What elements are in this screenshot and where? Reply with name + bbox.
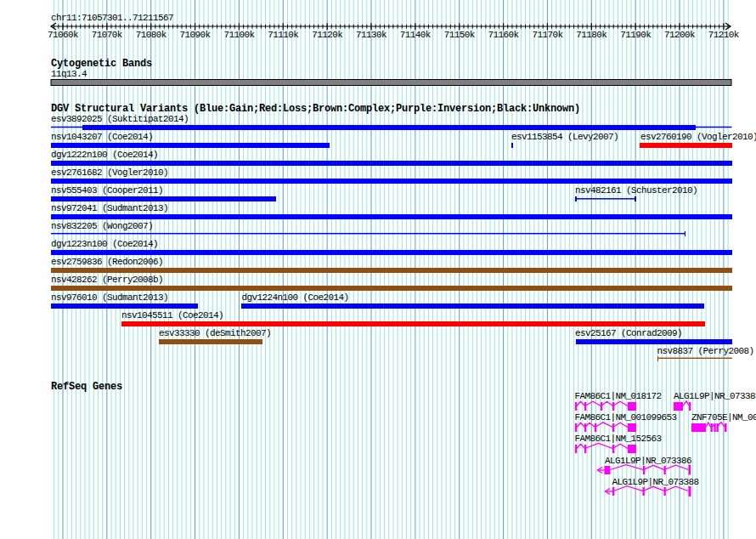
svg-text:nsv482161 (Schuster2010): nsv482161 (Schuster2010) <box>575 185 697 196</box>
svg-text:RefSeq Genes: RefSeq Genes <box>51 381 122 393</box>
svg-text:esv25167 (Conrad2009): esv25167 (Conrad2009) <box>575 328 682 338</box>
svg-text:esv2761682 (Vogler2010): esv2761682 (Vogler2010) <box>51 167 168 178</box>
svg-text:esv3892025 (Suktitipat2014): esv3892025 (Suktitipat2014) <box>51 114 189 124</box>
svg-text:nsv1043207 (Coe2014): nsv1043207 (Coe2014) <box>51 132 153 142</box>
svg-text:dgv1222n100 (Coe2014): dgv1222n100 (Coe2014) <box>51 150 158 160</box>
svg-text:DGV Structural Variants (Blue:: DGV Structural Variants (Blue:Gain;Red:L… <box>51 103 580 115</box>
svg-text:71140k: 71140k <box>400 30 432 40</box>
svg-text:nsv1045511 (Coe2014): nsv1045511 (Coe2014) <box>121 310 223 321</box>
svg-text:11q13.4: 11q13.4 <box>51 69 87 79</box>
svg-text:ALG1L9P|NR_073386: ALG1L9P|NR_073386 <box>605 456 691 466</box>
svg-text:ZNF705E|NM_001004328: ZNF705E|NM_001004328 <box>691 412 756 423</box>
svg-text:nsv8837 (Perry2008): nsv8837 (Perry2008) <box>657 346 754 356</box>
svg-text:71060k: 71060k <box>48 30 79 40</box>
svg-text:dgv1224n100 (Coe2014): dgv1224n100 (Coe2014) <box>242 292 349 303</box>
svg-text:esv2759836 (Redon2006): esv2759836 (Redon2006) <box>51 257 163 267</box>
svg-text:71210k: 71210k <box>708 30 740 40</box>
svg-text:nsv972041 (Sudmant2013): nsv972041 (Sudmant2013) <box>51 203 168 213</box>
svg-text:FAM86C1|NM_001099653: FAM86C1|NM_001099653 <box>575 412 677 423</box>
svg-text:nsv976010 (Sudmant2013): nsv976010 (Sudmant2013) <box>51 292 168 303</box>
svg-text:nsv555403 (Cooper2011): nsv555403 (Cooper2011) <box>51 185 163 196</box>
svg-text:nsv428262 (Perry2008b): nsv428262 (Perry2008b) <box>51 275 163 285</box>
svg-text:71200k: 71200k <box>664 30 696 40</box>
svg-text:71160k: 71160k <box>488 30 520 40</box>
svg-text:chr11:71057301..71211567: chr11:71057301..71211567 <box>51 13 173 23</box>
svg-text:71080k: 71080k <box>136 30 167 40</box>
svg-text:71190k: 71190k <box>620 30 652 40</box>
svg-text:71180k: 71180k <box>576 30 607 40</box>
svg-text:71170k: 71170k <box>532 30 563 40</box>
svg-text:esv2760190 (Vogler2010): esv2760190 (Vogler2010) <box>640 132 756 142</box>
svg-text:71130k: 71130k <box>356 30 387 40</box>
svg-text:esv1153854 (Levy2007): esv1153854 (Levy2007) <box>511 132 618 142</box>
svg-text:71110k: 71110k <box>268 30 299 40</box>
svg-text:FAM86C1|NM_152563: FAM86C1|NM_152563 <box>575 434 662 444</box>
svg-text:ALG1L9P|NR_073387: ALG1L9P|NR_073387 <box>674 391 756 401</box>
svg-text:71100k: 71100k <box>223 30 255 40</box>
svg-text:nsv832205 (Wong2007): nsv832205 (Wong2007) <box>51 221 153 231</box>
svg-text:FAM86C1|NM_018172: FAM86C1|NM_018172 <box>575 391 662 401</box>
svg-text:71150k: 71150k <box>444 30 476 40</box>
svg-text:ALG1L9P|NR_073388: ALG1L9P|NR_073388 <box>612 477 699 487</box>
svg-text:dgv1223n100 (Coe2014): dgv1223n100 (Coe2014) <box>51 239 158 249</box>
svg-text:esv33330 (deSmith2007): esv33330 (deSmith2007) <box>159 328 271 338</box>
svg-text:71070k: 71070k <box>92 30 123 40</box>
svg-text:71120k: 71120k <box>312 30 343 40</box>
svg-text:Cytogenetic Bands: Cytogenetic Bands <box>51 58 152 70</box>
svg-text:71090k: 71090k <box>180 30 212 40</box>
